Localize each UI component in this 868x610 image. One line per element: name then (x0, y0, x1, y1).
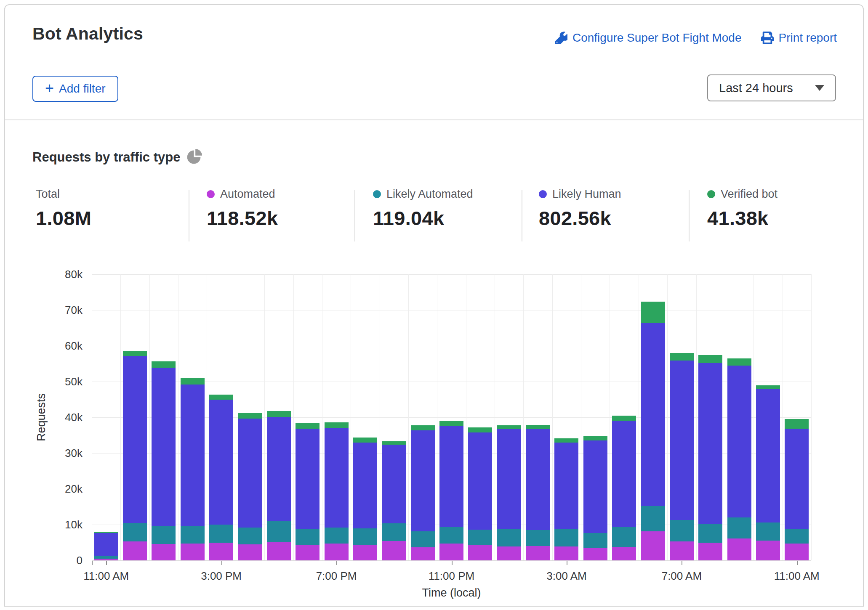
bar-segment-likely-human[interactable] (583, 440, 607, 533)
bar-segment-likely-human[interactable] (497, 429, 521, 529)
bar-segment-likely-automated[interactable] (583, 533, 607, 548)
bar-segment-likely-human[interactable] (209, 400, 233, 525)
bar-segment-likely-human[interactable] (727, 366, 751, 517)
bar-segment-verified-bot[interactable] (439, 421, 463, 425)
bar-segment-likely-automated[interactable] (612, 527, 636, 547)
bar-segment-likely-automated[interactable] (698, 524, 722, 543)
bar-segment-automated[interactable] (698, 543, 722, 560)
bar-segment-verified-bot[interactable] (325, 422, 349, 428)
bar-segment-automated[interactable] (382, 541, 406, 560)
bar-segment-likely-human[interactable] (353, 443, 377, 528)
bar-segment-verified-bot[interactable] (411, 425, 435, 431)
bar-segment-automated[interactable] (267, 542, 291, 560)
bar-segment-verified-bot[interactable] (727, 358, 751, 366)
bar-segment-automated[interactable] (209, 543, 233, 561)
bar-segment-likely-automated[interactable] (641, 506, 665, 531)
bar-segment-likely-automated[interactable] (785, 529, 809, 544)
bar-segment-likely-human[interactable] (439, 426, 463, 527)
bar-segment-automated[interactable] (497, 546, 521, 560)
bar-segment-verified-bot[interactable] (497, 425, 521, 429)
bar-segment-likely-automated[interactable] (439, 527, 463, 544)
bar-segment-automated[interactable] (641, 531, 665, 560)
bar-segment-likely-automated[interactable] (468, 530, 492, 545)
bar-segment-verified-bot[interactable] (468, 427, 492, 432)
bar-segment-likely-human[interactable] (670, 361, 694, 520)
bar-segment-verified-bot[interactable] (670, 353, 694, 361)
bar-segment-verified-bot[interactable] (612, 416, 636, 421)
bar-segment-likely-automated[interactable] (123, 523, 147, 541)
bar-segment-automated[interactable] (583, 548, 607, 560)
bar-segment-likely-human[interactable] (468, 432, 492, 530)
bar-segment-verified-bot[interactable] (698, 355, 722, 363)
bar-segment-likely-human[interactable] (554, 443, 578, 529)
bar-segment-verified-bot[interactable] (641, 302, 665, 323)
bar-segment-verified-bot[interactable] (94, 532, 118, 533)
bar-segment-likely-human[interactable] (756, 389, 780, 522)
bar-segment-verified-bot[interactable] (382, 441, 406, 445)
bar-segment-likely-human[interactable] (612, 421, 636, 527)
bar-segment-likely-human[interactable] (296, 429, 320, 529)
bar-segment-likely-automated[interactable] (209, 525, 233, 543)
bar-segment-likely-human[interactable] (267, 417, 291, 521)
bar-segment-likely-human[interactable] (641, 323, 665, 506)
bar-segment-likely-human[interactable] (152, 368, 176, 526)
bar-segment-likely-automated[interactable] (152, 526, 176, 544)
bar-segment-automated[interactable] (785, 544, 809, 560)
bar-segment-likely-human[interactable] (94, 533, 118, 556)
bar-segment-likely-automated[interactable] (670, 520, 694, 541)
bar-segment-automated[interactable] (612, 547, 636, 560)
bar-segment-likely-automated[interactable] (497, 529, 521, 546)
bar-segment-automated[interactable] (727, 538, 751, 560)
bar-segment-likely-human[interactable] (181, 385, 205, 526)
bar-segment-automated[interactable] (756, 541, 780, 560)
bar-segment-automated[interactable] (181, 544, 205, 560)
bar-segment-verified-bot[interactable] (181, 378, 205, 385)
bar-segment-likely-automated[interactable] (382, 523, 406, 541)
bar-segment-verified-bot[interactable] (526, 425, 550, 429)
bar-segment-likely-automated[interactable] (353, 528, 377, 545)
bar-segment-automated[interactable] (468, 545, 492, 560)
bar-segment-likely-human[interactable] (325, 428, 349, 528)
bar-segment-automated[interactable] (123, 541, 147, 560)
bar-segment-verified-bot[interactable] (152, 361, 176, 368)
bar-segment-likely-human[interactable] (526, 429, 550, 530)
bar-segment-likely-human[interactable] (411, 430, 435, 531)
bar-segment-automated[interactable] (238, 544, 262, 560)
bar-segment-verified-bot[interactable] (785, 419, 809, 429)
bar-segment-likely-automated[interactable] (296, 529, 320, 545)
bar-segment-likely-automated[interactable] (267, 521, 291, 541)
bar-segment-likely-human[interactable] (382, 445, 406, 524)
bar-segment-likely-automated[interactable] (325, 528, 349, 544)
bar-segment-automated[interactable] (554, 546, 578, 560)
bar-segment-likely-human[interactable] (785, 429, 809, 529)
bar-segment-likely-automated[interactable] (554, 529, 578, 546)
bar-segment-likely-human[interactable] (238, 419, 262, 527)
bar-segment-likely-human[interactable] (698, 363, 722, 524)
bar-segment-likely-automated[interactable] (94, 556, 118, 559)
bar-segment-verified-bot[interactable] (296, 423, 320, 429)
bar-segment-likely-automated[interactable] (181, 526, 205, 544)
bar-segment-automated[interactable] (152, 544, 176, 560)
bar-segment-automated[interactable] (296, 545, 320, 560)
bar-segment-verified-bot[interactable] (123, 351, 147, 356)
bar-segment-automated[interactable] (439, 544, 463, 560)
bar-segment-verified-bot[interactable] (209, 395, 233, 400)
bar-segment-automated[interactable] (353, 545, 377, 560)
bar-segment-likely-human[interactable] (123, 356, 147, 523)
bar-segment-automated[interactable] (325, 544, 349, 560)
bar-segment-likely-automated[interactable] (411, 531, 435, 547)
bar-segment-verified-bot[interactable] (238, 413, 262, 419)
bar-segment-verified-bot[interactable] (756, 385, 780, 389)
bar-segment-automated[interactable] (411, 547, 435, 560)
bar-segment-automated[interactable] (526, 546, 550, 560)
bar-segment-automated[interactable] (94, 559, 118, 560)
bar-segment-likely-automated[interactable] (727, 517, 751, 538)
bar-segment-verified-bot[interactable] (353, 438, 377, 443)
bar-segment-verified-bot[interactable] (267, 411, 291, 417)
bar-segment-automated[interactable] (670, 541, 694, 560)
bar-segment-verified-bot[interactable] (554, 438, 578, 443)
bar-segment-likely-automated[interactable] (526, 530, 550, 546)
bar-segment-likely-automated[interactable] (238, 528, 262, 544)
bar-segment-verified-bot[interactable] (583, 436, 607, 440)
bar-segment-likely-automated[interactable] (756, 522, 780, 541)
